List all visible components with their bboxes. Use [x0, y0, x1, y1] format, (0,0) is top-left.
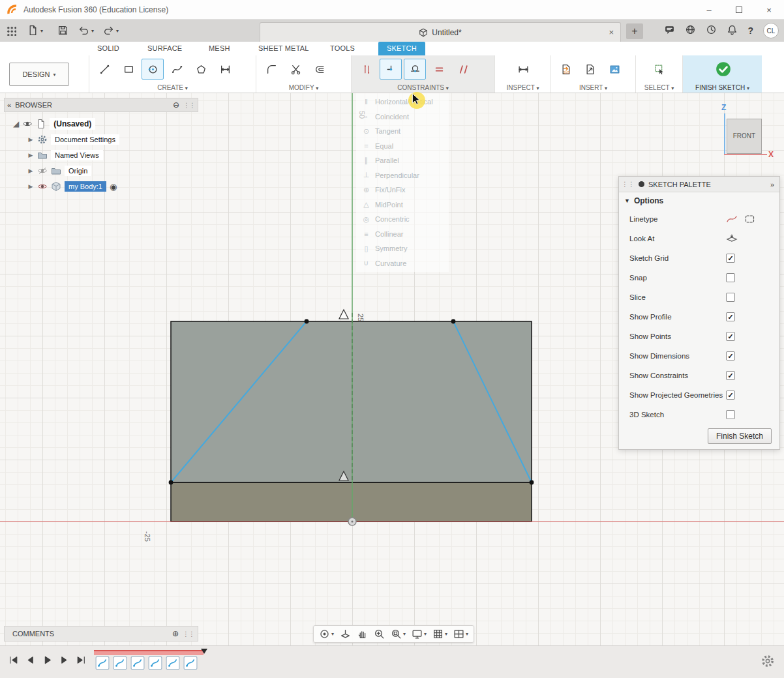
- display-settings-tool[interactable]: ▾: [412, 628, 427, 640]
- insert-decal-tool[interactable]: [579, 59, 601, 80]
- comments-drag-handle[interactable]: ⋮⋮: [183, 630, 194, 638]
- expand-corner-icon[interactable]: ◢: [13, 119, 19, 128]
- save-icon[interactable]: [57, 25, 69, 37]
- menu-item-collinear[interactable]: ≡Collinear: [356, 227, 449, 242]
- show-projected-geometries-checkbox[interactable]: [726, 391, 735, 400]
- rectangle-tool[interactable]: [117, 59, 140, 80]
- sketch-grid-checkbox[interactable]: [726, 254, 735, 263]
- options-section-header[interactable]: ▼ Options: [619, 192, 779, 209]
- viewports-tool[interactable]: ▾: [453, 628, 468, 640]
- sketch-point[interactable]: [451, 319, 456, 324]
- visibility-eye-icon[interactable]: [22, 119, 33, 129]
- visibility-off-eye-icon[interactable]: [37, 166, 48, 176]
- browser-minimize-icon[interactable]: ⊖: [173, 100, 179, 110]
- show-profile-checkbox[interactable]: [726, 312, 735, 321]
- named-views-label[interactable]: Named Views: [51, 150, 103, 160]
- tab-solid[interactable]: SOLID: [97, 42, 119, 55]
- ground-to-parent-icon[interactable]: ◉: [110, 182, 117, 192]
- show-dimensions-checkbox[interactable]: [726, 351, 735, 361]
- tree-row-body[interactable]: ▶ my Body:1 ◉: [4, 179, 198, 194]
- show-points-checkbox[interactable]: [726, 332, 735, 341]
- tree-row-document-settings[interactable]: ▶ Document Settings: [4, 132, 198, 147]
- tree-row-root[interactable]: ◢ (Unsaved): [4, 116, 198, 132]
- job-status-clock-icon[interactable]: [706, 24, 717, 38]
- modify-group-label[interactable]: MODIFY ▾: [256, 84, 351, 91]
- palette-expand-icon[interactable]: »: [770, 181, 779, 188]
- dimension-label-25[interactable]: 25: [357, 314, 365, 321]
- expand-caret-icon[interactable]: ▶: [27, 136, 34, 143]
- close-button[interactable]: ×: [754, 0, 784, 20]
- timeline-feature-sketch[interactable]: [95, 656, 110, 670]
- undo-caret-icon[interactable]: ▾: [91, 28, 94, 34]
- timeline-feature-sketch[interactable]: [166, 656, 180, 670]
- menu-item-midpoint[interactable]: △MidPoint: [356, 198, 449, 213]
- document-tab[interactable]: Untitled* ×: [260, 22, 621, 42]
- extensions-globe-icon[interactable]: [685, 24, 696, 38]
- viewcube[interactable]: Z FRONT X: [716, 98, 776, 160]
- spline-tool[interactable]: [166, 59, 188, 80]
- slice-checkbox[interactable]: [726, 293, 735, 302]
- redo-caret-icon[interactable]: ▾: [116, 28, 119, 34]
- 3d-sketch-checkbox[interactable]: [726, 410, 735, 419]
- maximize-button[interactable]: [724, 0, 754, 20]
- pan-tool[interactable]: [357, 628, 368, 640]
- redo-icon[interactable]: [103, 25, 115, 37]
- measure-tool[interactable]: [513, 59, 535, 80]
- fillet-tool[interactable]: [260, 59, 282, 80]
- coincident-constraint-tool[interactable]: [380, 59, 402, 80]
- body-label[interactable]: my Body:1: [65, 181, 106, 192]
- select-tool[interactable]: [649, 59, 671, 80]
- undo-icon[interactable]: [78, 25, 90, 37]
- insert-svg-tool[interactable]: SVG: [555, 59, 577, 80]
- timeline-position-marker[interactable]: [201, 649, 207, 654]
- horizontal-vertical-constraint-tool[interactable]: [355, 59, 378, 80]
- palette-drag-handle[interactable]: ⋮⋮: [622, 181, 635, 188]
- polygon-tool[interactable]: [190, 59, 212, 80]
- create-group-label[interactable]: CREATE ▾: [89, 84, 256, 91]
- file-menu-caret-icon[interactable]: ▾: [40, 28, 43, 34]
- insert-group-label[interactable]: INSERT ▾: [551, 84, 635, 91]
- snap-checkbox[interactable]: [726, 273, 735, 282]
- expand-caret-icon[interactable]: ▶: [27, 152, 34, 158]
- timeline-feature-sketch[interactable]: [183, 656, 198, 670]
- menu-item-curvature[interactable]: ∪Curvature: [356, 256, 449, 271]
- tree-row-origin[interactable]: ▶ Origin: [4, 163, 198, 179]
- tab-surface[interactable]: SURFACE: [147, 42, 182, 55]
- menu-item-concentric[interactable]: ◎Concentric: [356, 212, 449, 227]
- comments-bubble-icon[interactable]: [664, 24, 675, 38]
- finish-sketch-palette-button[interactable]: Finish Sketch: [708, 428, 772, 444]
- timeline-feature-sketch[interactable]: [148, 656, 162, 670]
- line-tool[interactable]: [93, 59, 115, 80]
- sketch-profile-upper[interactable]: [171, 321, 532, 482]
- step-back-button[interactable]: [25, 655, 36, 666]
- zoom-tool[interactable]: [374, 628, 385, 640]
- circle-tool[interactable]: [142, 59, 164, 80]
- midpoint-constraint-glyph-top[interactable]: [339, 310, 348, 319]
- visibility-eye-icon[interactable]: [37, 181, 48, 192]
- menu-item-perpendicular[interactable]: ⊥Perpendicular: [356, 168, 449, 183]
- browser-drag-handle[interactable]: ⋮⋮: [183, 102, 195, 109]
- play-button[interactable]: [42, 655, 53, 666]
- centerline-linetype-icon[interactable]: [744, 214, 756, 224]
- finish-sketch-label[interactable]: FINISH SKETCH ▾: [683, 84, 762, 91]
- show-constraints-checkbox[interactable]: [726, 371, 735, 380]
- look-at-tool[interactable]: [340, 628, 351, 640]
- timeline-rollback-bar[interactable]: [94, 650, 204, 655]
- step-forward-button[interactable]: [59, 655, 70, 666]
- document-settings-label[interactable]: Document Settings: [51, 134, 119, 145]
- orbit-tool[interactable]: ▾: [319, 628, 334, 640]
- parallel-constraint-tool[interactable]: [452, 59, 474, 80]
- minimize-button[interactable]: –: [694, 0, 724, 20]
- viewcube-front-face[interactable]: FRONT: [727, 119, 762, 154]
- menu-item-equal[interactable]: =Equal: [356, 139, 449, 154]
- inspect-group-label[interactable]: INSPECT ▾: [495, 84, 550, 91]
- tree-row-named-views[interactable]: ▶ Named Views: [4, 147, 198, 163]
- menu-item-symmetry[interactable]: ▯Symmetry: [356, 241, 449, 256]
- skip-to-start-button[interactable]: [8, 655, 19, 666]
- help-icon[interactable]: ?: [747, 25, 753, 36]
- browser-collapse-icon[interactable]: «: [7, 101, 11, 109]
- menu-item-coincident[interactable]: ◦Coincident: [356, 110, 449, 125]
- grid-and-snaps-tool[interactable]: ▾: [432, 628, 447, 640]
- menu-item-parallel[interactable]: ∥Parallel: [356, 153, 449, 168]
- file-menu-icon[interactable]: [27, 25, 39, 37]
